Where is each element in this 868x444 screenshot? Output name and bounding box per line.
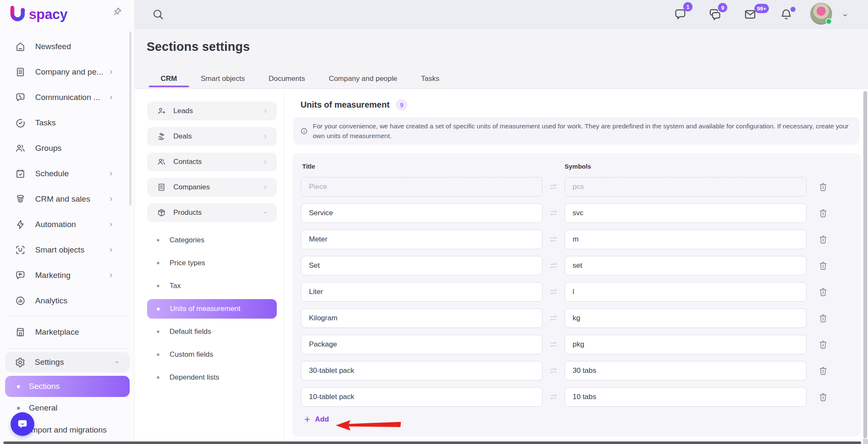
crm-nav-products[interactable]: Products (147, 203, 277, 222)
tab-crm[interactable]: CRM (149, 69, 189, 89)
sidebar-item-automation[interactable]: Automation (0, 214, 135, 235)
sidebar-item-newsfeed[interactable]: Newsfeed (0, 36, 135, 57)
delete-trash-icon[interactable] (818, 286, 829, 297)
calendar-icon (15, 168, 26, 179)
unit-title-input[interactable] (301, 335, 542, 354)
sidebar-item-label: Settings (35, 358, 64, 367)
subnav-price-types[interactable]: Price types (147, 252, 277, 275)
support-chat-button[interactable] (11, 412, 34, 436)
unit-title-input[interactable] (301, 282, 542, 302)
unit-symbol-input[interactable] (565, 387, 807, 407)
subnav-dependent-lists[interactable]: Dependent lists (147, 366, 277, 389)
package-box-icon (157, 208, 166, 217)
sidebar-item-analytics[interactable]: Analytics (0, 290, 135, 311)
crm-nav-label: Leads (173, 107, 193, 115)
chat-bubble-icon (16, 418, 29, 430)
swap-arrows-icon (542, 339, 565, 350)
sidebar-item-sections[interactable]: Sections (5, 376, 130, 397)
unit-symbol-input[interactable] (565, 177, 807, 197)
bullet-dot (157, 239, 159, 241)
unit-title-input[interactable] (301, 230, 542, 249)
vertical-scrollbar[interactable] (863, 91, 867, 438)
profile-chevron-down-icon[interactable] (841, 11, 849, 19)
crm-nav-companies[interactable]: Companies (147, 178, 277, 197)
tab-company-and-people[interactable]: Company and people (317, 69, 409, 89)
building-icon (157, 183, 166, 192)
sidebar-item-marketplace[interactable]: Marketplace (0, 322, 135, 343)
unit-symbol-input[interactable] (565, 282, 807, 302)
group-chats-badge: 9 (718, 3, 727, 12)
sidebar-item-label: Automation (35, 220, 76, 229)
building-icon (15, 67, 26, 78)
delete-trash-icon[interactable] (818, 365, 829, 376)
crm-nav-deals[interactable]: Deals (147, 127, 277, 146)
sidebar-nav: Newsfeed Company and pe... Communication… (0, 36, 135, 441)
info-icon (300, 127, 308, 135)
unit-title-input[interactable] (301, 361, 542, 380)
subnav-categories[interactable]: Categories (147, 229, 277, 252)
online-status-dot (826, 18, 832, 25)
person-up-icon (157, 106, 166, 116)
unit-symbol-input[interactable] (565, 203, 807, 223)
unit-symbol-input[interactable] (565, 230, 807, 249)
unit-row (301, 230, 860, 249)
subnav-units-of-measurement[interactable]: Units of measurement (147, 299, 277, 319)
search-icon[interactable] (152, 8, 164, 21)
sidebar-item-communication[interactable]: Communication ... (0, 87, 135, 108)
horizontal-scrollbar[interactable] (3, 441, 861, 444)
sidebar-item-label: Schedule (35, 169, 69, 178)
crm-nav-label: Companies (173, 183, 210, 191)
subnav-default-fields[interactable]: Default fields (147, 320, 277, 343)
sidebar-item-settings[interactable]: Settings (5, 352, 130, 372)
subnav-tax[interactable]: Tax (147, 275, 277, 297)
unit-title-input[interactable] (301, 256, 542, 275)
subnav-label: Categories (170, 236, 204, 244)
tab-smart-objects[interactable]: Smart objects (189, 69, 257, 89)
bullet-dot (157, 353, 159, 356)
unit-row (301, 282, 860, 302)
unit-title-input[interactable] (301, 177, 542, 197)
sidebar-item-smart-objects[interactable]: Smart objects (0, 239, 135, 261)
unit-symbol-input[interactable] (565, 256, 807, 275)
unit-symbol-input[interactable] (565, 308, 807, 328)
lightning-icon (15, 219, 26, 230)
tab-tasks[interactable]: Tasks (409, 69, 451, 89)
subnav-custom-fields[interactable]: Custom fields (147, 343, 277, 366)
unit-title-input[interactable] (301, 308, 542, 328)
app-window: spacy Newsfeed Company and pe... Communi… (0, 0, 868, 444)
page-title: Sections settings (147, 40, 250, 54)
sidebar-item-company-and-people[interactable]: Company and pe... (0, 61, 135, 83)
delete-trash-icon[interactable] (818, 208, 829, 219)
sidebar-item-marketing[interactable]: Marketing (0, 265, 135, 286)
tab-documents[interactable]: Documents (257, 69, 317, 89)
sidebar-scrollbar[interactable] (129, 32, 131, 205)
delete-trash-icon[interactable] (818, 234, 829, 245)
sidebar-item-crm-and-sales[interactable]: CRM and sales (0, 189, 135, 210)
delete-trash-icon[interactable] (818, 339, 829, 350)
crm-nav-leads[interactable]: Leads (147, 102, 277, 120)
sidebar-item-label: Communication ... (35, 93, 100, 102)
sidebar-item-tasks[interactable]: Tasks (0, 112, 135, 133)
units-count-badge: 9 (396, 99, 407, 111)
notifications-dot (790, 7, 796, 12)
unit-symbol-input[interactable] (565, 335, 807, 354)
delete-trash-icon[interactable] (818, 260, 829, 271)
sidebar-item-label: General (29, 403, 58, 413)
sidebar-item-label: CRM and sales (35, 194, 90, 204)
unit-title-input[interactable] (301, 387, 542, 407)
brand-logo[interactable]: spacy (8, 5, 67, 24)
people-icon (157, 157, 166, 166)
swap-arrows-icon (542, 313, 565, 323)
unit-row (301, 308, 860, 328)
delete-trash-icon[interactable] (818, 391, 829, 402)
delete-trash-icon[interactable] (818, 181, 829, 192)
settings-card: Leads Deals Contacts Companies Products … (135, 89, 868, 444)
unit-title-input[interactable] (301, 203, 542, 223)
unit-symbol-input[interactable] (565, 361, 807, 380)
sidebar-item-groups[interactable]: Groups (0, 138, 135, 159)
delete-trash-icon[interactable] (818, 313, 829, 324)
crm-nav-contacts[interactable]: Contacts (147, 153, 277, 171)
pin-sidebar-icon[interactable] (112, 7, 122, 19)
sidebar-item-schedule[interactable]: Schedule (0, 163, 135, 184)
subnav-label: Dependent lists (170, 373, 219, 382)
